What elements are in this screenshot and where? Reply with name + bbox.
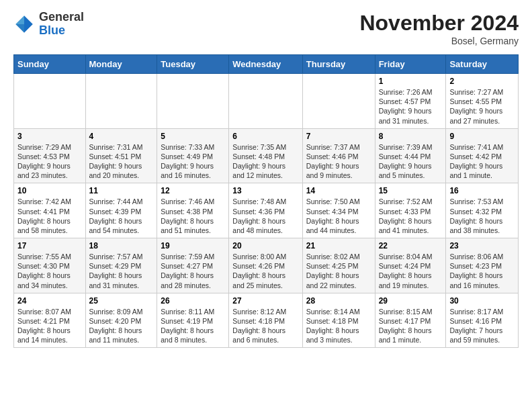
- day-info: Sunrise: 8:00 AM Sunset: 4:26 PM Dayligh…: [232, 252, 298, 290]
- day-info: Sunrise: 7:44 AM Sunset: 4:39 PM Dayligh…: [89, 197, 154, 235]
- calendar-cell: 13Sunrise: 7:48 AM Sunset: 4:36 PM Dayli…: [229, 183, 302, 238]
- weekday-header: Friday: [375, 55, 446, 74]
- weekday-header: Saturday: [446, 55, 519, 74]
- header: General Blue November 2024 Bosel, German…: [13, 11, 519, 46]
- calendar-cell: 18Sunrise: 7:57 AM Sunset: 4:29 PM Dayli…: [85, 238, 157, 293]
- calendar-cell: [157, 74, 229, 129]
- logo-general: General: [39, 10, 84, 24]
- calendar-cell: 12Sunrise: 7:46 AM Sunset: 4:38 PM Dayli…: [157, 183, 229, 238]
- day-info: Sunrise: 7:35 AM Sunset: 4:48 PM Dayligh…: [232, 142, 298, 181]
- weekday-header: Sunday: [14, 55, 86, 74]
- calendar-cell: 5Sunrise: 7:33 AM Sunset: 4:49 PM Daylig…: [157, 128, 229, 183]
- svg-marker-1: [15, 15, 24, 24]
- svg-marker-0: [24, 15, 33, 24]
- logo: General Blue: [13, 11, 84, 38]
- calendar-cell: 9Sunrise: 7:41 AM Sunset: 4:42 PM Daylig…: [446, 128, 519, 183]
- day-number: 25: [89, 296, 154, 306]
- calendar-cell: [14, 74, 86, 129]
- calendar-cell: 21Sunrise: 8:02 AM Sunset: 4:25 PM Dayli…: [302, 238, 375, 293]
- calendar-cell: 30Sunrise: 8:17 AM Sunset: 4:16 PM Dayli…: [446, 293, 519, 348]
- calendar-week-row: 17Sunrise: 7:55 AM Sunset: 4:30 PM Dayli…: [14, 238, 519, 293]
- day-number: 3: [17, 132, 82, 141]
- day-info: Sunrise: 8:15 AM Sunset: 4:17 PM Dayligh…: [379, 307, 443, 345]
- location: Bosel, Germany: [359, 36, 519, 46]
- day-number: 5: [161, 132, 225, 141]
- day-info: Sunrise: 7:42 AM Sunset: 4:41 PM Dayligh…: [17, 197, 82, 235]
- calendar-cell: [229, 74, 302, 129]
- day-info: Sunrise: 7:39 AM Sunset: 4:44 PM Dayligh…: [379, 142, 443, 181]
- calendar-cell: 19Sunrise: 7:59 AM Sunset: 4:27 PM Dayli…: [157, 238, 229, 293]
- calendar-cell: 2Sunrise: 7:27 AM Sunset: 4:55 PM Daylig…: [446, 74, 519, 129]
- weekday-header: Thursday: [302, 55, 375, 74]
- calendar-cell: 15Sunrise: 7:52 AM Sunset: 4:33 PM Dayli…: [375, 183, 446, 238]
- calendar-cell: 24Sunrise: 8:07 AM Sunset: 4:21 PM Dayli…: [14, 293, 86, 348]
- day-info: Sunrise: 8:11 AM Sunset: 4:19 PM Dayligh…: [161, 307, 225, 345]
- day-info: Sunrise: 8:14 AM Sunset: 4:18 PM Dayligh…: [306, 307, 371, 345]
- day-info: Sunrise: 7:41 AM Sunset: 4:42 PM Dayligh…: [449, 142, 515, 181]
- calendar-cell: 8Sunrise: 7:39 AM Sunset: 4:44 PM Daylig…: [375, 128, 446, 183]
- day-info: Sunrise: 7:55 AM Sunset: 4:30 PM Dayligh…: [17, 252, 82, 290]
- calendar-cell: 20Sunrise: 8:00 AM Sunset: 4:26 PM Dayli…: [229, 238, 302, 293]
- day-number: 12: [161, 186, 225, 195]
- title-block: November 2024 Bosel, Germany: [359, 11, 519, 46]
- day-number: 23: [449, 241, 515, 250]
- calendar-cell: [302, 74, 375, 129]
- day-number: 18: [89, 241, 154, 250]
- day-number: 24: [17, 296, 82, 306]
- day-number: 6: [232, 132, 298, 141]
- calendar-header-row: SundayMondayTuesdayWednesdayThursdayFrid…: [14, 55, 519, 74]
- calendar-cell: 25Sunrise: 8:09 AM Sunset: 4:20 PM Dayli…: [85, 293, 157, 348]
- day-info: Sunrise: 7:52 AM Sunset: 4:33 PM Dayligh…: [379, 197, 443, 235]
- calendar-cell: 10Sunrise: 7:42 AM Sunset: 4:41 PM Dayli…: [14, 183, 86, 238]
- calendar-cell: 27Sunrise: 8:12 AM Sunset: 4:18 PM Dayli…: [229, 293, 302, 348]
- weekday-header: Tuesday: [157, 55, 229, 74]
- day-number: 11: [89, 186, 154, 195]
- day-info: Sunrise: 7:33 AM Sunset: 4:49 PM Dayligh…: [161, 142, 225, 181]
- day-number: 14: [306, 186, 371, 195]
- day-number: 2: [449, 77, 515, 86]
- calendar-cell: 11Sunrise: 7:44 AM Sunset: 4:39 PM Dayli…: [85, 183, 157, 238]
- weekday-header: Wednesday: [229, 55, 302, 74]
- day-info: Sunrise: 7:27 AM Sunset: 4:55 PM Dayligh…: [449, 87, 515, 126]
- day-number: 16: [449, 186, 515, 195]
- day-number: 8: [379, 132, 443, 141]
- calendar-cell: 17Sunrise: 7:55 AM Sunset: 4:30 PM Dayli…: [14, 238, 86, 293]
- weekday-header: Monday: [85, 55, 157, 74]
- day-number: 10: [17, 186, 82, 195]
- calendar-cell: 6Sunrise: 7:35 AM Sunset: 4:48 PM Daylig…: [229, 128, 302, 183]
- day-info: Sunrise: 7:31 AM Sunset: 4:51 PM Dayligh…: [89, 142, 154, 181]
- day-number: 21: [306, 241, 371, 250]
- day-info: Sunrise: 7:46 AM Sunset: 4:38 PM Dayligh…: [161, 197, 225, 235]
- day-info: Sunrise: 8:17 AM Sunset: 4:16 PM Dayligh…: [449, 307, 515, 345]
- logo-blue: Blue: [39, 24, 65, 37]
- calendar-cell: 23Sunrise: 8:06 AM Sunset: 4:23 PM Dayli…: [446, 238, 519, 293]
- day-info: Sunrise: 8:04 AM Sunset: 4:24 PM Dayligh…: [379, 252, 443, 290]
- svg-marker-2: [15, 24, 24, 33]
- calendar-cell: 29Sunrise: 8:15 AM Sunset: 4:17 PM Dayli…: [375, 293, 446, 348]
- calendar-week-row: 3Sunrise: 7:29 AM Sunset: 4:53 PM Daylig…: [14, 128, 519, 183]
- day-number: 30: [449, 296, 515, 306]
- day-number: 29: [379, 296, 443, 306]
- day-info: Sunrise: 7:53 AM Sunset: 4:32 PM Dayligh…: [449, 197, 515, 235]
- day-number: 4: [89, 132, 154, 141]
- day-info: Sunrise: 7:37 AM Sunset: 4:46 PM Dayligh…: [306, 142, 371, 181]
- day-info: Sunrise: 8:09 AM Sunset: 4:20 PM Dayligh…: [89, 307, 154, 345]
- day-number: 28: [306, 296, 371, 306]
- day-number: 15: [379, 186, 443, 195]
- day-number: 20: [232, 241, 298, 250]
- calendar-week-row: 10Sunrise: 7:42 AM Sunset: 4:41 PM Dayli…: [14, 183, 519, 238]
- day-info: Sunrise: 7:48 AM Sunset: 4:36 PM Dayligh…: [232, 197, 298, 235]
- day-number: 9: [449, 132, 515, 141]
- day-info: Sunrise: 8:06 AM Sunset: 4:23 PM Dayligh…: [449, 252, 515, 290]
- calendar: SundayMondayTuesdayWednesdayThursdayFrid…: [13, 54, 519, 348]
- calendar-cell: 22Sunrise: 8:04 AM Sunset: 4:24 PM Dayli…: [375, 238, 446, 293]
- calendar-cell: 1Sunrise: 7:26 AM Sunset: 4:57 PM Daylig…: [375, 74, 446, 129]
- day-info: Sunrise: 7:57 AM Sunset: 4:29 PM Dayligh…: [89, 252, 154, 290]
- day-number: 17: [17, 241, 82, 250]
- day-info: Sunrise: 7:59 AM Sunset: 4:27 PM Dayligh…: [161, 252, 225, 290]
- day-info: Sunrise: 7:29 AM Sunset: 4:53 PM Dayligh…: [17, 142, 82, 181]
- day-number: 19: [161, 241, 225, 250]
- calendar-cell: 14Sunrise: 7:50 AM Sunset: 4:34 PM Dayli…: [302, 183, 375, 238]
- day-number: 22: [379, 241, 443, 250]
- day-info: Sunrise: 7:26 AM Sunset: 4:57 PM Dayligh…: [379, 87, 443, 126]
